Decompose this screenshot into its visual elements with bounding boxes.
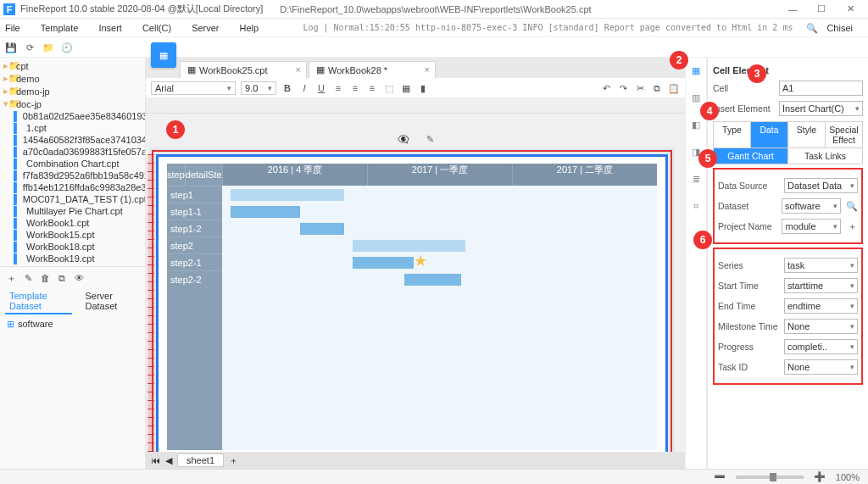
align-right-icon[interactable]: ≡ <box>366 82 378 94</box>
edit-icon[interactable]: ✎ <box>426 134 434 145</box>
search-icon[interactable]: 🔍 <box>806 22 818 34</box>
tab-server-dataset[interactable]: Server Dataset <box>81 289 140 314</box>
folder-icon[interactable]: 📁 <box>42 42 54 53</box>
start-select[interactable]: starttime▾ <box>784 278 858 293</box>
tab-special-effect[interactable]: Special Effect <box>826 122 862 147</box>
minimize-button[interactable]: — <box>778 4 807 14</box>
menu-template[interactable]: Template <box>41 23 79 33</box>
cell-attr-icon[interactable]: ▥ <box>688 90 704 105</box>
menu-file[interactable]: File <box>5 23 20 33</box>
left-panel: ▸📁cpt ▸📁demo ▸📁demo-jp ▾📁doc-jp ▌0b81a02… <box>0 58 146 469</box>
fill-icon[interactable]: ▮ <box>417 82 429 94</box>
subtab-tasklinks[interactable]: Task Links <box>788 148 862 164</box>
user-label[interactable]: Chisei <box>826 23 853 33</box>
search-icon[interactable]: 🔍 <box>846 200 858 212</box>
merge-icon[interactable]: ⬚ <box>383 82 395 94</box>
close-button[interactable]: ✕ <box>836 3 865 14</box>
progress-select[interactable]: completi..▾ <box>784 339 858 354</box>
tab-style[interactable]: Style <box>788 122 826 147</box>
close-tab-icon[interactable]: × <box>296 64 301 75</box>
tab-template-dataset[interactable]: Template Dataset <box>5 289 72 314</box>
align-left-icon[interactable]: ≡ <box>332 82 344 94</box>
maximize-button[interactable]: ☐ <box>807 3 836 14</box>
delete-icon[interactable]: 🗑 <box>39 272 51 284</box>
tree-file[interactable]: WorkBook18.cpt <box>26 242 95 252</box>
bold-icon[interactable]: B <box>281 82 293 94</box>
tree-file[interactable]: Multilayer Pie Chart.cpt <box>26 206 123 216</box>
canvas[interactable]: 👁‍🗨 ✎ stepdetailStep step1 step1-1 step1… <box>146 114 685 452</box>
taskid-select[interactable]: None▾ <box>784 359 858 375</box>
end-select[interactable]: endtime▾ <box>784 298 858 314</box>
copy-icon[interactable]: ⧉ <box>56 272 68 284</box>
tree-file[interactable]: ffb14eb1216ffda6c9983a28e38ede1 <box>23 182 145 192</box>
tree-folder[interactable]: cpt <box>16 61 29 71</box>
add-icon[interactable]: ＋ <box>846 220 858 232</box>
sheet-nav-first-icon[interactable]: ⏮ <box>151 455 160 465</box>
cond-icon[interactable]: ≣ <box>688 171 704 186</box>
tree-file[interactable]: WorkBook15.cpt <box>26 230 95 240</box>
tree-file[interactable]: 1.cpt <box>26 123 47 133</box>
zoom-slider[interactable] <box>736 476 804 479</box>
tree-file[interactable]: WorkBook19.cpt <box>26 253 95 264</box>
zoom-out-icon[interactable]: ➖ <box>714 471 726 482</box>
cell-value[interactable]: A1 <box>779 81 863 96</box>
edit-icon[interactable]: ✎ <box>22 272 34 284</box>
save-icon[interactable]: 💾 <box>5 42 17 53</box>
align-center-icon[interactable]: ≡ <box>349 82 361 94</box>
undo-icon[interactable]: ↶ <box>600 82 612 94</box>
paste-icon[interactable]: 📋 <box>668 82 680 94</box>
hide-icon[interactable]: 👁‍🗨 <box>398 134 409 145</box>
tree-folder[interactable]: demo-jp <box>16 86 50 97</box>
italic-icon[interactable]: I <box>298 82 310 94</box>
dataset-select[interactable]: software▾ <box>782 198 841 214</box>
subtab-gantt[interactable]: Gantt Chart <box>714 148 788 164</box>
gantt-row-label: step1-2 <box>167 220 222 236</box>
tree-file[interactable]: Combination Chart.cpt <box>26 159 119 169</box>
tab-type[interactable]: Type <box>714 122 751 147</box>
add-sheet-icon[interactable]: ＋ <box>229 454 238 467</box>
add-icon[interactable]: ＋ <box>5 272 17 284</box>
link-icon[interactable]: ⌗ <box>688 198 704 214</box>
menu-help[interactable]: Help <box>240 23 259 33</box>
tree-file[interactable]: WorkBook1.cpt <box>26 218 89 228</box>
copy-icon[interactable]: ⧉ <box>651 82 663 94</box>
milestone-select[interactable]: None▾ <box>784 319 858 334</box>
redo-icon[interactable]: ↷ <box>617 82 629 94</box>
close-tab-icon[interactable]: × <box>425 64 430 75</box>
font-select[interactable]: Arial▾ <box>151 81 236 95</box>
cell-element-icon[interactable]: ▦ <box>688 63 704 78</box>
tree-file[interactable]: 1454a60582f3f85ace3741034cde4cc <box>23 135 145 145</box>
refresh-icon[interactable]: ⟳ <box>24 42 36 53</box>
file-tree[interactable]: ▸📁cpt ▸📁demo ▸📁demo-jp ▾📁doc-jp ▌0b81a02… <box>0 58 145 266</box>
dataset-item[interactable]: software <box>18 319 53 329</box>
insert-select[interactable]: Insert Chart(C)▾ <box>779 101 863 116</box>
series-select[interactable]: task▾ <box>784 258 858 273</box>
tree-folder[interactable]: demo <box>16 74 40 84</box>
fontsize-select[interactable]: 9.0▾ <box>241 81 276 95</box>
preview-icon[interactable]: 👁 <box>73 272 85 284</box>
tree-file[interactable]: a70c0ada03699883f15fe057ae5cf93 <box>23 147 145 157</box>
tree-file[interactable]: MOC071_DATA_TEST (1).cpt <box>23 194 145 204</box>
tab-data[interactable]: Data <box>751 122 788 147</box>
menu-cell[interactable]: Cell(C) <box>142 23 171 33</box>
file-tab[interactable]: ▦WorkBook25.cpt× <box>180 61 307 78</box>
chart-frame[interactable]: stepdetailStep step1 step1-1 step1-2 ste… <box>156 154 668 452</box>
report-mode-icon[interactable]: ▦ <box>151 42 176 68</box>
tree-file[interactable]: 0b81a02d25aee35e834601931314013 <box>23 111 145 121</box>
tree-folder[interactable]: doc-jp <box>16 99 42 109</box>
file-tab[interactable]: ▦WorkBook28 *× <box>309 61 436 78</box>
ds-select[interactable]: Dataset Data▾ <box>784 178 858 193</box>
float-icon[interactable]: ◧ <box>688 117 704 132</box>
project-select[interactable]: module▾ <box>782 219 841 234</box>
sheet-nav-prev-icon[interactable]: ◀ <box>165 455 172 466</box>
menu-insert[interactable]: Insert <box>98 23 122 33</box>
menu-server[interactable]: Server <box>192 23 219 33</box>
underline-icon[interactable]: U <box>315 82 327 94</box>
tree-file[interactable]: f7fa839d2952a6fbb19a58c4926418c <box>23 170 145 181</box>
sheet-tab[interactable]: sheet1 <box>177 453 224 467</box>
folder-icon: ▸📁 <box>3 60 14 71</box>
cut-icon[interactable]: ✂ <box>634 82 646 94</box>
zoom-in-icon[interactable]: ➕ <box>814 471 826 482</box>
recent-icon[interactable]: 🕘 <box>61 42 73 53</box>
border-icon[interactable]: ▦ <box>400 82 412 94</box>
